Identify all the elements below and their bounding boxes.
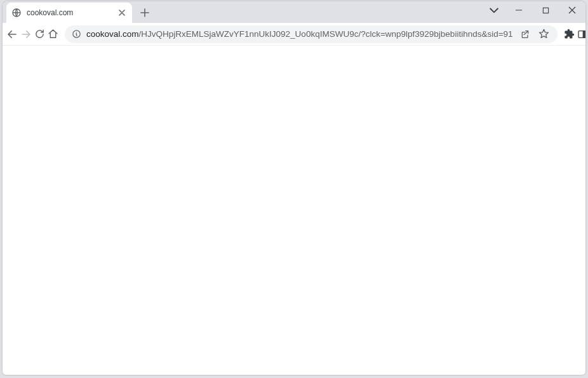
window-controls (505, 1, 585, 19)
browser-window: cookoval.com (3, 1, 585, 375)
forward-button (20, 25, 32, 43)
tab-active[interactable]: cookoval.com (6, 3, 132, 23)
bookmark-icon[interactable] (537, 27, 551, 41)
extensions-icon[interactable] (564, 25, 575, 43)
svg-rect-4 (583, 30, 585, 37)
minimize-button[interactable] (505, 1, 532, 19)
globe-icon (11, 8, 22, 18)
side-panel-icon[interactable] (577, 25, 585, 43)
tab-title: cookoval.com (27, 8, 112, 17)
url-path: /HJvQHpjRxEMLSjaWZvYF1nnUkIJ092_Uo0kqIMS… (139, 29, 513, 39)
search-tabs-button[interactable] (485, 4, 503, 18)
tab-strip: cookoval.com (3, 1, 585, 23)
page-content (3, 46, 585, 375)
home-button[interactable] (48, 25, 58, 43)
url-text[interactable]: cookoval.com/HJvQHpjRxEMLSjaWZvYF1nnUkIJ… (86, 29, 513, 39)
svg-rect-1 (543, 8, 548, 13)
close-tab-icon[interactable] (117, 8, 127, 18)
back-button[interactable] (6, 25, 18, 43)
share-icon[interactable] (518, 27, 532, 41)
maximize-button[interactable] (532, 1, 559, 19)
site-info-icon[interactable] (71, 29, 81, 39)
window-close-button[interactable] (559, 1, 585, 19)
toolbar: cookoval.com/HJvQHpjRxEMLSjaWZvYF1nnUkIJ… (3, 23, 585, 46)
url-domain: cookoval.com (86, 29, 139, 39)
address-bar[interactable]: cookoval.com/HJvQHpjRxEMLSjaWZvYF1nnUkIJ… (65, 25, 558, 43)
reload-button[interactable] (34, 25, 45, 43)
new-tab-button[interactable] (136, 4, 154, 22)
